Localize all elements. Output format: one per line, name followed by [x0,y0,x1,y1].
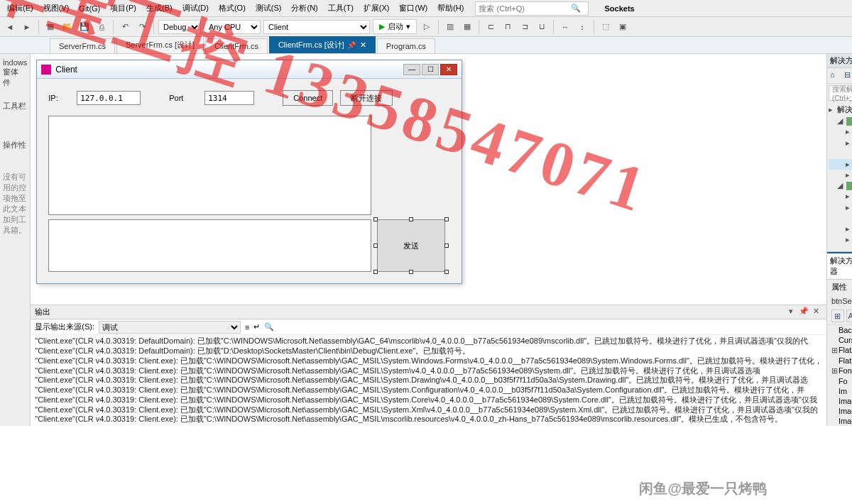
property-row[interactable]: ⊞FlatAppearance [827,345,852,356]
tree-node[interactable]: ▸引用 [829,137,852,149]
designer-surface[interactable]: Client — ☐ ✕ IP: Port Connect 断开连接 [31,54,826,426]
expand-icon[interactable]: ▸ [846,160,852,169]
menu-window[interactable]: 窗口(W) [395,1,432,15]
output-source-dropdown[interactable]: 调试 [99,321,241,334]
expand-icon[interactable]: ▸ [846,192,852,201]
debug-target-icon[interactable]: ▷ [420,20,434,34]
expand-icon[interactable]: ▸ [846,170,852,180]
expand-icon[interactable]: ⊞ [831,346,839,355]
send-button[interactable]: 发送 [377,219,445,272]
property-row[interactable]: ImageKey [827,416,852,426]
resize-handle[interactable] [373,243,378,248]
message-log-textbox[interactable] [48,116,371,215]
menu-tools[interactable]: 工具(T) [324,1,358,15]
resize-handle[interactable] [373,217,378,221]
property-row[interactable]: FlatStyle [827,356,852,366]
align-right-icon[interactable]: ⊐ [518,20,532,34]
hspace-icon[interactable]: ↔ [558,20,572,34]
expand-icon[interactable]: ▸ [846,235,852,244]
message-input-textbox[interactable] [48,219,371,272]
bring-front-icon[interactable]: ▣ [616,20,630,34]
project-node-server[interactable]: ◢Server [829,180,852,191]
project-node-client[interactable]: ◢Client [829,116,852,126]
align-center-icon[interactable]: ⊓ [501,20,515,34]
output-find-icon[interactable]: 🔍 [264,322,274,332]
menu-debug[interactable]: 调试(D) [178,1,213,15]
solution-node[interactable]: ▸解决方案"Sockets"(2 个项目 [829,104,852,116]
property-row[interactable]: ImageIndex [827,406,852,416]
menu-format[interactable]: 格式(O) [214,1,250,15]
menu-project[interactable]: 项目(P) [106,1,141,15]
tree-node[interactable]: ▸ServerFrm.cs [829,234,852,245]
expand-icon[interactable]: ▸ [846,127,852,136]
disconnect-button[interactable]: 断开连接 [340,90,393,106]
tab-clientfrm-cs[interactable]: ClientFrm.cs [205,38,268,53]
tree-node[interactable]: App.config [829,214,852,224]
tab-program-cs[interactable]: Program.cs [377,38,435,53]
menu-edit[interactable]: 编辑(E) [3,1,38,15]
home-icon[interactable]: ⌂ [830,70,841,82]
nav-fwd-icon[interactable]: ► [20,20,34,34]
resize-handle[interactable] [409,270,413,274]
properties-list[interactable]: BackgroundImageLayout Cursor ⊞FlatAppear… [827,325,852,426]
expand-icon[interactable]: ▸ [846,138,852,148]
run-button[interactable]: ▶启动 ▾ [373,19,417,34]
designer-canvas[interactable]: Client — ☐ ✕ IP: Port Connect 断开连接 [31,54,826,290]
tree-node-clientfrm[interactable]: ▸ClientFrm.cs [829,159,852,170]
redo-icon[interactable]: ↷ [135,20,149,34]
property-row[interactable]: BackgroundImageLayout [827,325,852,335]
menu-test[interactable]: 测试(S) [251,1,286,15]
minimize-button[interactable]: — [403,64,420,75]
resize-handle[interactable] [409,217,413,221]
output-wrap-icon[interactable]: ↵ [253,322,260,332]
property-row[interactable]: Im [827,386,852,396]
tree-node[interactable]: App.config [829,149,852,159]
close-button[interactable]: ✕ [440,64,457,75]
pin-icon[interactable]: 📌 [347,41,356,49]
tree-node[interactable]: ▸引用 [829,202,852,214]
tree-node[interactable]: ▸Properties [829,126,852,137]
platform-dropdown[interactable]: Any CPU [204,20,261,34]
solution-search[interactable]: 搜索解决方案资源管理器(Ctrl+;) [829,85,852,101]
ip-input[interactable] [77,91,141,105]
property-row[interactable]: Fo [827,376,852,386]
tree-node[interactable]: ▸Properties [829,191,852,202]
property-row[interactable]: ImageAlign [827,396,852,406]
align-icon[interactable]: ▥ [443,20,457,34]
undo-icon[interactable]: ↶ [118,20,132,34]
tab-clientfrm-design[interactable]: ClientFrm.cs [设计]📌✕ [269,36,376,53]
tab-serverfrm-design[interactable]: ServerFrm.cs [设计] [116,36,204,53]
client-form[interactable]: Client — ☐ ✕ IP: Port Connect 断开连接 [36,60,462,284]
nav-back-icon[interactable]: ◄ [3,20,17,34]
close-icon[interactable]: ✕ [360,40,366,49]
port-input[interactable] [204,91,254,105]
align-top-icon[interactable]: ⊔ [535,20,549,34]
global-search-input[interactable] [479,4,571,13]
menu-build[interactable]: 生成(B) [142,1,177,15]
size-icon[interactable]: ⬚ [599,20,613,34]
tree-node[interactable]: ▸Program.cs [829,170,852,180]
expand-icon[interactable]: ◢ [837,116,844,126]
save-all-icon[interactable]: ⎙ [94,20,109,34]
menu-view[interactable]: 视图(V) [39,1,74,15]
menu-extensions[interactable]: 扩展(X) [359,1,394,15]
tab-serverfrm-cs[interactable]: ServerFrm.cs [50,38,115,53]
connect-button[interactable]: Connect [283,90,333,106]
config-dropdown[interactable]: Debug [158,20,201,34]
collapse-icon[interactable]: ⊟ [844,70,852,82]
output-dropdown-icon[interactable]: ▾ [785,307,797,318]
tab-solution-explorer[interactable]: 解决方案资源管理器 [827,252,852,279]
resize-handle[interactable] [444,217,449,221]
property-row[interactable]: Cursor [827,335,852,345]
properties-selection[interactable]: btnSend System.Windows.Forms [827,295,852,307]
output-pin-icon[interactable]: 📌 [798,307,809,318]
menu-analyze[interactable]: 分析(N) [287,1,322,15]
open-icon[interactable]: 📂 [60,20,75,34]
expand-icon[interactable]: ⊞ [831,366,839,376]
startup-dropdown[interactable]: Client [263,20,370,34]
categorized-icon[interactable]: ⊞ [831,309,844,322]
expand-icon[interactable]: ◢ [837,181,844,190]
maximize-button[interactable]: ☐ [422,64,439,75]
menu-git[interactable]: Git(G) [75,3,104,14]
tree-node[interactable]: ▸Program.cs [829,224,852,234]
